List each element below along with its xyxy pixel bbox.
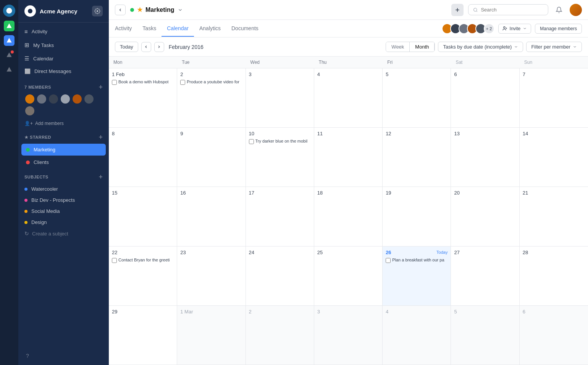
starred-label: ★ STARRED: [24, 135, 51, 140]
subjects-label: SUBJECTS: [24, 175, 48, 179]
sidebar-item-design[interactable]: Design: [18, 217, 109, 228]
tab-analytics[interactable]: Analytics: [194, 21, 226, 37]
calendar-date: 15: [112, 190, 117, 196]
calendar-date: 8: [112, 131, 115, 136]
calendar-cell[interactable]: 2: [246, 306, 314, 365]
calendar-cell[interactable]: 8: [109, 128, 177, 187]
calendar-cell[interactable]: 28: [520, 247, 588, 305]
search-box[interactable]: [468, 4, 548, 15]
calendar-cell[interactable]: 5: [451, 306, 519, 365]
task-checkbox[interactable]: [112, 258, 117, 263]
calendar-task: Plan a breakfast with our pa: [386, 257, 447, 264]
calendar-cell[interactable]: 11: [314, 128, 383, 187]
calendar-cell[interactable]: 15: [109, 187, 177, 246]
help-button[interactable]: ?: [18, 347, 109, 365]
calendar-cell[interactable]: 1 Mar: [177, 306, 246, 365]
chevron-right-icon: [157, 45, 161, 49]
calendar-cell[interactable]: 2Produce a youtube video for: [177, 68, 246, 127]
calendar-cell[interactable]: 13: [451, 128, 519, 187]
today-button[interactable]: Today: [115, 42, 138, 52]
task-checkbox[interactable]: [180, 80, 185, 85]
calendar-cell[interactable]: 12: [383, 128, 451, 187]
calendar-week-row: 8910Try darker blue on the mobil11121314: [109, 128, 588, 187]
filter-member-dropdown[interactable]: Filter per member: [526, 42, 582, 52]
calendar-date: 2: [180, 71, 183, 77]
invite-button[interactable]: Invite: [498, 24, 531, 34]
notifications-button[interactable]: [553, 4, 565, 16]
sidebar-item-calendar[interactable]: ☰ Calendar: [18, 52, 109, 65]
calendar-cell[interactable]: 21: [520, 187, 588, 246]
nav-icon-4[interactable]: [4, 64, 15, 75]
calendar-cell[interactable]: 19: [383, 187, 451, 246]
calendar-cell[interactable]: 16: [177, 187, 246, 246]
tab-calendar[interactable]: Calendar: [162, 21, 194, 37]
calendar-cell[interactable]: 17: [246, 187, 314, 246]
add-members-button[interactable]: 👤+ Add members: [24, 118, 103, 128]
bell-icon: [556, 6, 562, 13]
project-title[interactable]: ★ Marketing: [130, 6, 183, 13]
month-view-button[interactable]: Month: [409, 42, 435, 52]
settings-button[interactable]: [92, 6, 103, 16]
calendar-cell[interactable]: 29: [109, 306, 177, 365]
tab-activity[interactable]: Activity: [115, 21, 137, 37]
calendar-cell[interactable]: 7: [520, 68, 588, 127]
add-starred-icon[interactable]: +: [99, 134, 103, 141]
week-view-button[interactable]: Week: [386, 42, 409, 52]
search-input[interactable]: [481, 7, 543, 13]
calendar-cell[interactable]: 23: [177, 247, 246, 305]
calendar-cell[interactable]: 24: [246, 247, 314, 305]
calendar-cell[interactable]: 25: [314, 247, 383, 305]
calendar-cell[interactable]: 3: [314, 306, 383, 365]
calendar-cell[interactable]: 4: [314, 68, 383, 127]
sidebar-item-clients[interactable]: Clients: [21, 156, 106, 168]
calendar-cell[interactable]: 26TodayPlan a breakfast with our pa: [383, 247, 451, 305]
tasks-filter-dropdown[interactable]: Tasks by due date (incomplete): [438, 42, 523, 52]
calendar-cell[interactable]: 9: [177, 128, 246, 187]
calendar-date: 16: [180, 190, 186, 196]
add-subject-icon[interactable]: +: [99, 174, 103, 180]
create-subject-button[interactable]: ↻ Create a subject: [18, 228, 109, 239]
calendar-cell[interactable]: 14: [520, 128, 588, 187]
add-members-icon: 👤+: [24, 121, 33, 126]
sidebar-item-activity[interactable]: ≡ Activity: [18, 25, 109, 38]
starred-header: ★ STARRED +: [24, 134, 103, 141]
calendar-cell[interactable]: 20: [451, 187, 519, 246]
calendar-cell[interactable]: 5: [383, 68, 451, 127]
add-button[interactable]: [451, 4, 464, 16]
calendar-cell[interactable]: 18: [314, 187, 383, 246]
calendar-cell[interactable]: 3: [246, 68, 314, 127]
add-member-plus-icon[interactable]: +: [99, 84, 103, 91]
design-dot: [24, 221, 27, 224]
calendar-cell[interactable]: 6: [520, 306, 588, 365]
sidebar-item-direct-messages[interactable]: ⬜ Direct Messages: [18, 65, 109, 78]
back-button[interactable]: [115, 5, 126, 15]
svg-marker-2: [6, 38, 11, 42]
nav-icon-2[interactable]: [4, 35, 15, 46]
sidebar-item-my-tasks[interactable]: ⊞ My Tasks: [18, 38, 109, 52]
task-checkbox[interactable]: [112, 80, 117, 85]
tab-tasks[interactable]: Tasks: [137, 21, 162, 37]
nav-icon-1[interactable]: [4, 21, 15, 31]
sidebar-item-watercooler[interactable]: Watercooler: [18, 183, 109, 195]
calendar-cell[interactable]: 1 FebBook a demo with Hubspot: [109, 68, 177, 127]
calendar-cell[interactable]: 6: [451, 68, 519, 127]
calendar-icon: ☰: [24, 55, 29, 62]
company-logo-icon: [24, 5, 36, 17]
tab-documents[interactable]: Documents: [226, 21, 264, 37]
sidebar-item-marketing[interactable]: Marketing: [21, 144, 106, 156]
calendar-date: 1 Mar: [180, 309, 193, 315]
sidebar-nav: ≡ Activity ⊞ My Tasks ☰ Calendar ⬜ Direc…: [18, 23, 109, 80]
calendar-cell[interactable]: 10Try darker blue on the mobil: [246, 128, 314, 187]
sidebar-item-biz-dev[interactable]: Biz Dev - Prospects: [18, 195, 109, 206]
nav-icon-3[interactable]: [4, 50, 15, 60]
manage-members-button[interactable]: Manage members: [535, 24, 582, 34]
user-avatar[interactable]: [570, 4, 582, 16]
calendar-cell[interactable]: 22Contact Bryan for the greeti: [109, 247, 177, 305]
prev-month-button[interactable]: [141, 42, 151, 52]
sidebar-item-social-media[interactable]: Social Media: [18, 206, 109, 217]
calendar-cell[interactable]: 27: [451, 247, 519, 305]
next-month-button[interactable]: [154, 42, 164, 52]
task-checkbox[interactable]: [386, 258, 391, 263]
task-checkbox[interactable]: [249, 139, 254, 144]
calendar-cell[interactable]: 4: [383, 306, 451, 365]
